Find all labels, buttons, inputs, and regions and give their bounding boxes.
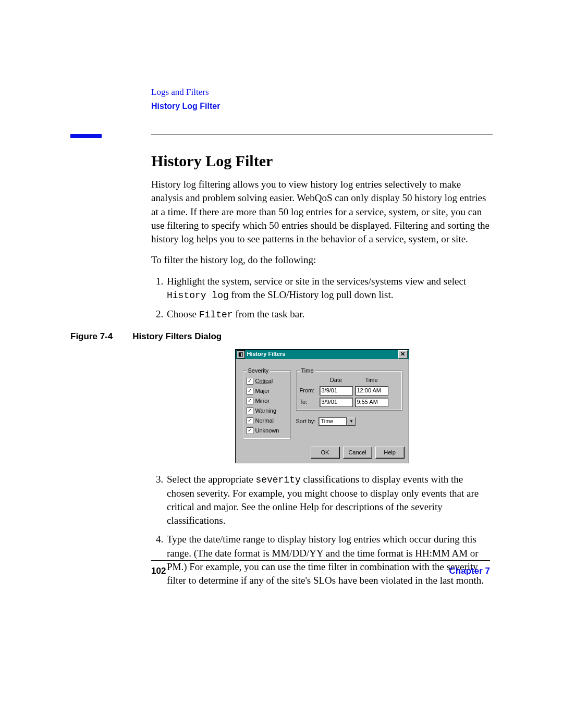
from-label: From: (300, 387, 317, 394)
from-time-input[interactable]: 12:00 AM (355, 386, 388, 396)
section-name: History Log Filter (151, 100, 493, 112)
to-time-input[interactable]: 9:55 AM (355, 398, 388, 407)
checkbox-critical[interactable]: ✓ (247, 378, 253, 385)
to-label: To: (300, 398, 317, 406)
label-normal: Normal (255, 417, 274, 425)
dialog-titlebar: ◧ History Filters ✕ (236, 350, 409, 359)
page-title: History Log Filter (151, 150, 493, 171)
chapter-ref: Chapter 7 (449, 566, 490, 576)
ok-button[interactable]: OK (311, 447, 340, 459)
system-menu-icon[interactable]: ◧ (237, 350, 245, 359)
section-marker (70, 134, 102, 138)
date-header: Date (320, 376, 353, 384)
instruction-lead: To filter the history log, do the follow… (151, 253, 493, 267)
checkbox-warning[interactable]: ✓ (247, 408, 253, 414)
to-date-input[interactable]: 3/9/01 (320, 398, 353, 407)
checkbox-major[interactable]: ✓ (247, 388, 253, 394)
code-history-log: History log (167, 290, 229, 301)
figure-caption: History Filters Dialog (132, 330, 222, 342)
sortby-select[interactable]: Time ▼ (319, 417, 356, 426)
step-1: Highlight the system, service or site in… (166, 275, 493, 302)
label-unknown: Unknown (255, 427, 279, 435)
label-warning: Warning (255, 407, 277, 415)
checkbox-unknown[interactable]: ✓ (247, 427, 253, 434)
chapter-name: Logs and Filters (151, 86, 493, 99)
severity-legend: Severity (247, 367, 271, 375)
code-filter: Filter (199, 310, 233, 320)
label-major: Major (255, 387, 270, 395)
dialog-title: History Filters (247, 350, 286, 358)
from-date-input[interactable]: 3/9/01 (320, 386, 353, 396)
intro-paragraph: History log filtering allows you to view… (151, 178, 493, 246)
step-2: Choose Filter from the task bar. (166, 307, 493, 322)
checkbox-minor[interactable]: ✓ (247, 398, 253, 404)
top-rule (151, 134, 493, 134)
code-severity: severity (255, 475, 300, 485)
label-critical: Critical (255, 377, 273, 385)
severity-group: Severity ✓Critical ✓Major ✓Minor ✓Warnin… (243, 371, 291, 439)
page-number: 102 (151, 566, 166, 576)
time-legend: Time (300, 367, 315, 375)
cancel-button[interactable]: Cancel (343, 447, 372, 459)
sortby-value: Time (319, 417, 347, 426)
step-3: Select the appropriate severity classifi… (166, 473, 493, 527)
time-group: Time Date Time From: 3/9/01 12:00 AM To:… (296, 371, 402, 411)
label-minor: Minor (255, 397, 270, 405)
chevron-down-icon[interactable]: ▼ (347, 417, 356, 426)
history-filters-dialog: ◧ History Filters ✕ Severity ✓Critical ✓… (235, 349, 409, 463)
figure-label: Figure 7-4 (70, 330, 113, 342)
time-header: Time (355, 376, 388, 384)
sortby-label: Sort by: (296, 417, 316, 425)
help-button[interactable]: Help (375, 447, 405, 459)
close-icon[interactable]: ✕ (398, 350, 408, 359)
footer-rule (151, 560, 490, 561)
checkbox-normal[interactable]: ✓ (247, 417, 253, 424)
